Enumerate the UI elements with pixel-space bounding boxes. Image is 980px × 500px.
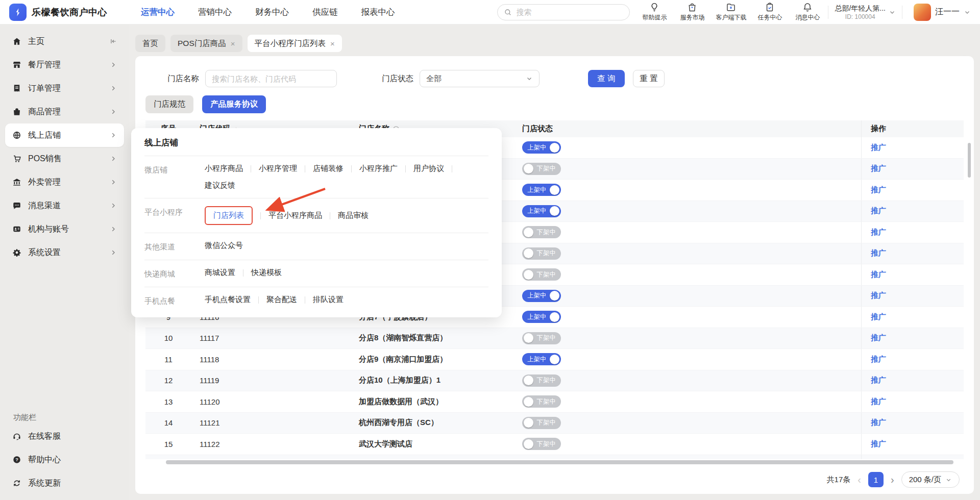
popup-menu-item-快递模板[interactable]: 快递模板	[251, 268, 282, 278]
sidebar-item-外卖管理[interactable]: 外卖管理	[5, 170, 124, 194]
tab-平台小程序门店列表[interactable]: 平台小程序门店列表×	[248, 35, 342, 52]
sidebar-item-消息渠道[interactable]: 消息渠道	[5, 194, 124, 217]
popup-menu-item-店铺装修[interactable]: 店铺装修	[313, 164, 344, 173]
app-logo	[9, 4, 27, 21]
top-nav-item[interactable]: 财务中心	[255, 7, 289, 18]
quick-action-帮助提示[interactable]: 帮助提示	[640, 2, 669, 22]
popup-menu-item-门店列表[interactable]: 门店列表	[213, 211, 244, 220]
popup-menu-item-排队设置[interactable]: 排队设置	[313, 295, 344, 305]
sidebar-item-在线客服[interactable]: 在线客服	[5, 424, 124, 448]
sidebar-item-商品管理[interactable]: 商品管理	[5, 100, 124, 123]
pagination-page-1[interactable]: 1	[868, 472, 884, 487]
store-status-select[interactable]: 全部	[420, 70, 540, 87]
horizontal-scrollbar[interactable]	[166, 460, 953, 464]
sidebar-item-系统更新[interactable]: 系统更新	[5, 471, 124, 495]
popup-menu-item-商城设置[interactable]: 商城设置	[205, 268, 235, 278]
quick-action-客户端下载[interactable]: 客户端下载	[716, 2, 746, 22]
tab-close-icon[interactable]: ×	[330, 40, 335, 47]
pagination-next[interactable]: ›	[891, 474, 894, 485]
promote-link[interactable]: 推广	[871, 185, 886, 195]
status-toggle-off[interactable]: 下架中	[522, 268, 561, 281]
promote-link[interactable]: 推广	[871, 248, 886, 258]
quick-action-消息中心[interactable]: 消息中心	[793, 2, 822, 22]
top-nav-item[interactable]: 供应链	[312, 7, 338, 18]
popup-menu-item-用户协议[interactable]: 用户协议	[413, 164, 444, 173]
chevron-right-icon	[110, 61, 117, 68]
sidebar-item-机构与账号[interactable]: 机构与账号	[5, 217, 124, 241]
page-size-select[interactable]: 200 条/页	[901, 471, 960, 488]
status-toggle-on[interactable]: 上架中	[522, 290, 561, 302]
status-toggle-on[interactable]: 上架中	[522, 311, 561, 323]
sidebar-item-系统设置[interactable]: 系统设置	[5, 241, 124, 264]
status-toggle-off[interactable]: 下架中	[522, 226, 561, 238]
status-toggle-off[interactable]: 下架中	[522, 438, 561, 450]
tab-close-icon[interactable]: ×	[231, 40, 235, 47]
top-nav-item[interactable]: 报表中心	[361, 7, 395, 18]
search-button[interactable]: 查 询	[588, 70, 625, 87]
popup-menu-item-建议反馈[interactable]: 建议反馈	[205, 181, 235, 190]
promote-link[interactable]: 推广	[871, 333, 886, 343]
popup-menu-item-小程序商品[interactable]: 小程序商品	[205, 164, 243, 173]
top-nav-item[interactable]: 营销中心	[198, 7, 232, 18]
promote-link[interactable]: 推广	[871, 291, 886, 301]
toggle-knob	[524, 418, 533, 428]
cell-action: 推广	[861, 455, 964, 460]
user-menu[interactable]: 汪一一	[914, 4, 971, 21]
popup-menu-item-商品审核[interactable]: 商品审核	[338, 211, 369, 220]
promote-link[interactable]: 推广	[871, 439, 886, 449]
status-toggle-off[interactable]: 下架中	[522, 247, 561, 260]
status-toggle-on[interactable]: 上架中	[522, 205, 561, 217]
reset-button[interactable]: 重 置	[633, 70, 665, 87]
pagination-prev[interactable]: ‹	[857, 474, 861, 485]
sidebar-item-线上店铺[interactable]: 线上店铺	[5, 123, 124, 147]
sidebar-item-订单管理[interactable]: 订单管理	[5, 77, 124, 100]
status-toggle-off[interactable]: 下架中	[522, 417, 561, 429]
status-toggle-off[interactable]: 下架中	[522, 163, 561, 175]
quick-action-服务市场[interactable]: 服务市场	[678, 2, 706, 22]
sidebar-item-帮助中心[interactable]: ?帮助中心	[5, 448, 124, 471]
status-toggle-on[interactable]: 上架中	[522, 353, 561, 365]
sidebar-item-餐厅管理[interactable]: 餐厅管理	[5, 53, 124, 77]
promote-link[interactable]: 推广	[871, 355, 886, 364]
quick-action-任务中心[interactable]: 任务中心	[755, 2, 784, 22]
popup-menu-item-小程序推广[interactable]: 小程序推广	[359, 164, 398, 173]
chevron-right-icon	[110, 249, 117, 256]
status-toggle-off[interactable]: 下架中	[522, 395, 561, 408]
popup-menu-item-小程序管理[interactable]: 小程序管理	[259, 164, 297, 173]
pagination-total: 共17条	[827, 475, 851, 485]
tab-POS门店商品[interactable]: POS门店商品×	[170, 35, 242, 52]
promote-link[interactable]: 推广	[871, 397, 886, 407]
org-switcher[interactable]: 总部/年轻人第... ID: 100004	[835, 4, 896, 20]
status-toggle-on[interactable]: 上架中	[522, 184, 561, 196]
status-toggle-off[interactable]: 下架中	[522, 332, 561, 344]
promote-link[interactable]: 推广	[871, 312, 886, 322]
store-name-input[interactable]	[205, 70, 337, 87]
popup-menu-item-平台小程序商品[interactable]: 平台小程序商品	[268, 211, 322, 220]
cell-action: 推广	[861, 243, 964, 264]
promote-link[interactable]: 推广	[871, 143, 886, 153]
popup-menu-item-微信公众号[interactable]: 微信公众号	[205, 241, 243, 251]
promote-link[interactable]: 推广	[871, 376, 886, 385]
promote-link[interactable]: 推广	[871, 164, 886, 173]
popup-menu-item-聚合配送[interactable]: 聚合配送	[266, 295, 297, 305]
global-search[interactable]	[497, 4, 630, 20]
status-toggle-off[interactable]: 下架中	[522, 374, 561, 387]
vertical-scrollbar[interactable]	[968, 143, 971, 178]
promote-link[interactable]: 推广	[871, 228, 886, 237]
global-search-input[interactable]	[516, 8, 623, 16]
top-nav-item[interactable]: 运营中心	[141, 7, 175, 18]
store-standard-button[interactable]: 门店规范	[145, 95, 193, 113]
promote-link[interactable]: 推广	[871, 206, 886, 216]
promote-link[interactable]: 推广	[871, 418, 886, 428]
chevron-down-icon	[945, 477, 952, 483]
service-agreement-button[interactable]: 产品服务协议	[202, 95, 266, 113]
popup-menu-item-手机点餐设置[interactable]: 手机点餐设置	[205, 295, 251, 305]
promote-link[interactable]: 推广	[871, 270, 886, 280]
tab-首页[interactable]: 首页	[135, 35, 165, 52]
sidebar-item-POS销售[interactable]: POS销售	[5, 147, 124, 170]
separator	[330, 212, 330, 219]
sidebar-item-主页[interactable]: 主页	[5, 30, 124, 53]
cell-store-name: 武汉大学测试店	[351, 439, 514, 449]
popup-group-items: 手机点餐设置聚合配送排队设置	[205, 295, 488, 305]
status-toggle-on[interactable]: 上架中	[522, 141, 561, 154]
